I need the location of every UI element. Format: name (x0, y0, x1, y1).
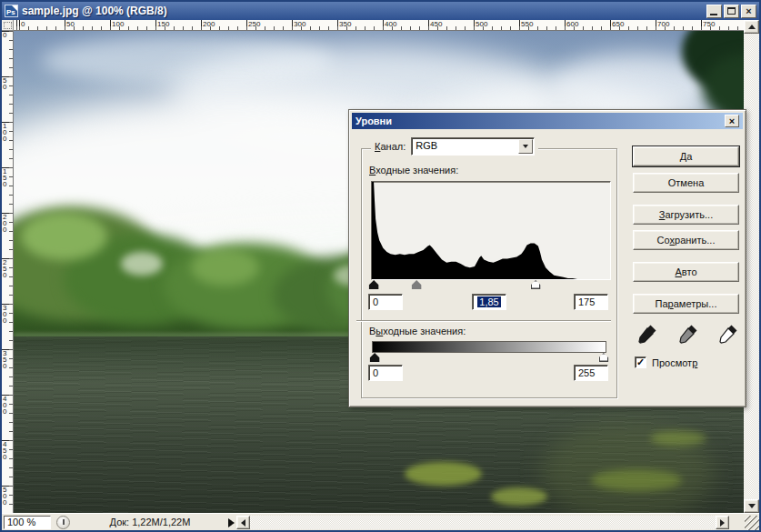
ruler-tick-label: 600 (566, 20, 578, 28)
close-icon: × (729, 115, 735, 126)
arrow-down-icon (748, 504, 756, 512)
output-gradient-bar (372, 341, 606, 353)
ruler-tick-label: 750 (703, 20, 715, 28)
ruler-tick-label: 400 (3, 396, 10, 415)
channel-value: RGB (416, 140, 437, 151)
checkmark-icon: ✓ (636, 356, 645, 367)
minimize-icon (710, 14, 717, 15)
ruler-tick-label: 500 (476, 20, 487, 28)
channel-label: Канал: (375, 141, 406, 152)
arrow-right-icon (720, 519, 728, 527)
preview-checkbox[interactable]: ✓ (635, 356, 646, 368)
scroll-right-button[interactable] (716, 516, 729, 529)
button-label: Сохранить... (657, 235, 716, 246)
ok-button[interactable]: Да (633, 146, 739, 166)
output-white-field[interactable]: 255 (574, 365, 608, 381)
dialog-close-button[interactable]: × (725, 115, 739, 127)
button-label: Отмена (668, 177, 705, 188)
gray-point-eyedropper[interactable] (677, 323, 699, 345)
button-label: Авто (676, 266, 697, 277)
ruler-tick-label: 450 (430, 20, 442, 28)
levels-dialog-title: Уровни (355, 115, 725, 126)
scroll-up-button[interactable] (744, 20, 759, 34)
ruler-tick-label: 350 (339, 20, 351, 28)
close-button[interactable]: × (741, 5, 756, 18)
ruler-tick-label: 250 (3, 259, 10, 278)
cancel-button[interactable]: Отмена (633, 173, 739, 193)
input-white-slider[interactable] (531, 280, 541, 289)
status-popup-icon[interactable] (56, 516, 70, 529)
vertical-ruler: 050100150200250300350400450500 (2, 31, 14, 513)
selected-text: 1,85 (477, 296, 500, 307)
section-divider (356, 320, 611, 322)
output-black-slider[interactable] (370, 353, 380, 362)
resize-grip[interactable] (745, 516, 759, 530)
ruler-tick-label: 400 (385, 20, 396, 28)
window-title: sample.jpg @ 100% (RGB/8) (22, 5, 705, 17)
output-values-label: Выходные значения: (369, 326, 466, 336)
button-label: Загрузить... (659, 209, 713, 220)
scroll-left-button[interactable] (236, 516, 250, 529)
ruler-tick-label: 500 (3, 487, 10, 506)
auto-button[interactable]: Авто (633, 262, 739, 282)
ruler-tick-label: 150 (3, 168, 10, 187)
ruler-tick-label: 250 (248, 20, 260, 28)
main-area: 0501001502002503003504004505005506006507… (2, 20, 759, 513)
close-icon: × (746, 5, 751, 16)
ruler-tick-label: 0 (3, 32, 10, 38)
document-size-info: Док: 1,22М/1,22М (75, 517, 225, 527)
ruler-tick-label: 50 (66, 20, 75, 28)
minimize-button[interactable] (706, 5, 722, 18)
window-titlebar[interactable]: Ps sample.jpg @ 100% (RGB/8) × (2, 2, 759, 20)
ruler-tick-label: 100 (112, 20, 124, 28)
arrow-left-icon (237, 519, 245, 527)
scroll-down-button[interactable] (744, 499, 759, 513)
white-point-eyedropper[interactable] (717, 323, 739, 345)
input-black-slider[interactable] (369, 280, 379, 289)
preview-label: Просмотр (652, 357, 697, 368)
maximize-button[interactable] (724, 5, 739, 18)
input-values-label: Входные значения: (369, 165, 458, 176)
horizontal-scrollbar-track[interactable] (250, 516, 716, 529)
arrow-up-icon (748, 21, 756, 29)
output-slider-track[interactable] (372, 353, 606, 363)
horizontal-ruler: 0501001502002503003504004505005506006507… (14, 20, 744, 31)
output-black-field[interactable]: 0 (368, 365, 403, 381)
ruler-tick-label: 200 (203, 20, 215, 28)
channel-select[interactable]: RGB (411, 137, 535, 156)
load-button[interactable]: Загрузить... (633, 205, 739, 225)
zoom-level-field[interactable]: 100 % (4, 516, 51, 529)
save-button[interactable]: Сохранить... (633, 230, 739, 250)
photoshop-ps-icon: Ps (5, 5, 18, 17)
input-slider-track[interactable] (371, 280, 611, 290)
ruler-tick-label: 450 (3, 441, 10, 460)
input-gamma-field[interactable]: 1,85 (472, 294, 506, 310)
options-button[interactable]: Параметры... (633, 294, 739, 314)
ruler-tick-label: 100 (3, 123, 10, 142)
ruler-tick-label: 650 (612, 20, 624, 28)
ruler-tick-label: 300 (294, 20, 305, 28)
ruler-origin[interactable] (2, 20, 14, 31)
eyedropper-row (636, 323, 739, 346)
levels-dialog-titlebar[interactable]: Уровни × (352, 113, 743, 129)
ruler-tick-label: 0 (21, 20, 25, 28)
photoshop-document-window: Ps sample.jpg @ 100% (RGB/8) × 050100150… (0, 0, 761, 532)
input-gamma-slider[interactable] (412, 280, 422, 289)
ruler-tick-label: 700 (657, 20, 669, 28)
ruler-tick-label: 550 (521, 20, 533, 28)
ruler-tick-label: 50 (3, 77, 10, 90)
input-white-field[interactable]: 175 (574, 294, 608, 310)
black-point-eyedropper[interactable] (636, 323, 658, 345)
maximize-icon (727, 7, 736, 15)
button-label: Да (680, 151, 693, 162)
input-black-field[interactable]: 0 (368, 294, 403, 310)
levels-dialog: Уровни × Канал: RGB Входные значения: (348, 109, 746, 407)
ruler-tick-label: 150 (157, 20, 169, 28)
ruler-tick-label: 200 (3, 214, 10, 233)
button-label: Параметры... (656, 298, 717, 309)
ruler-tick-label: 350 (3, 350, 10, 369)
channel-dropdown-button[interactable] (518, 139, 533, 154)
status-bar: 100 % Док: 1,22М/1,22М (2, 513, 759, 530)
histogram (371, 181, 611, 280)
chevron-down-icon (523, 145, 528, 151)
